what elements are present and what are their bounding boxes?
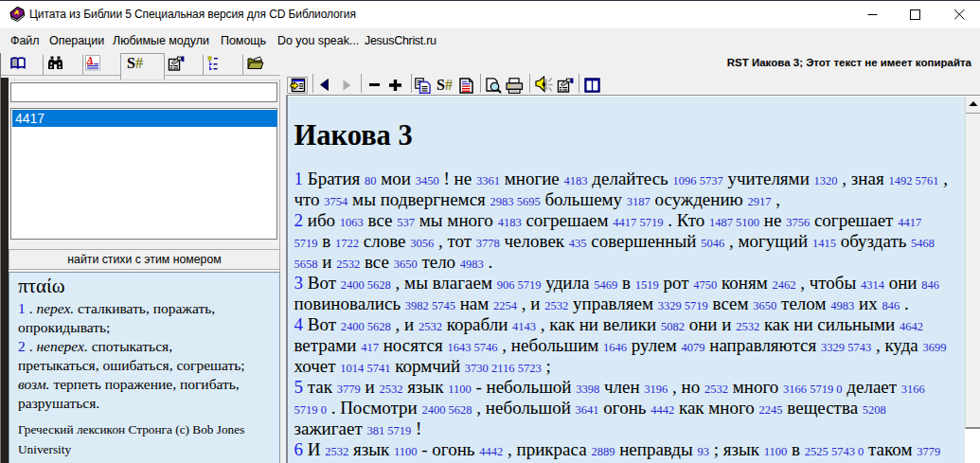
svg-text:A: A (86, 55, 94, 65)
